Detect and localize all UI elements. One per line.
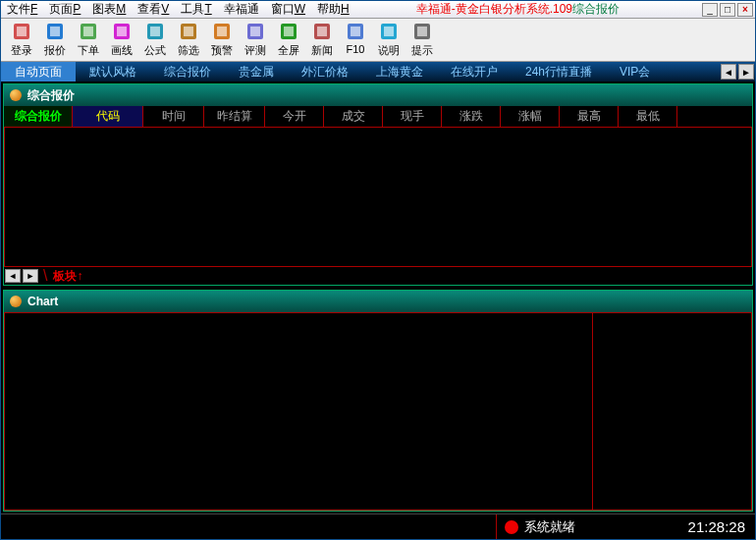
- status-message: 系统就绪: [497, 518, 671, 536]
- hint-button[interactable]: 提示: [405, 21, 439, 58]
- status-left: [1, 514, 497, 539]
- svg-rect-11: [184, 27, 193, 36]
- minimize-button[interactable]: _: [702, 3, 718, 17]
- news-button[interactable]: 新闻: [305, 21, 339, 58]
- f10-button-icon: [345, 21, 366, 42]
- nav-tab-8[interactable]: VIP会: [606, 62, 664, 81]
- quote-panel-header: 综合报价: [4, 84, 752, 106]
- login-button[interactable]: 登录: [5, 21, 38, 58]
- chart-area-side[interactable]: [593, 312, 752, 511]
- svg-rect-19: [317, 27, 327, 36]
- nav-arrow-left[interactable]: ◄: [721, 64, 736, 80]
- menu-帮助H[interactable]: 帮助H: [311, 2, 355, 16]
- quote-scroll-right[interactable]: ►: [23, 269, 38, 283]
- quote-panel: 综合报价 综合报价代码时间昨结算今开成交现手涨跌涨幅最高最低 ◄ ► \ 板块↑: [3, 83, 753, 286]
- quote-col-5[interactable]: 成交: [324, 106, 383, 127]
- status-dot-icon: [505, 520, 518, 534]
- order-button[interactable]: 下单: [72, 21, 105, 58]
- quote-column-header: 综合报价代码时间昨结算今开成交现手涨跌涨幅最高最低: [4, 106, 752, 128]
- fullscreen-button[interactable]: 全屏: [272, 21, 305, 58]
- nav-tab-4[interactable]: 外汇价格: [288, 62, 362, 81]
- drawline-button-icon: [111, 21, 133, 42]
- quote-col-7[interactable]: 涨跌: [442, 106, 501, 127]
- nav-tab-5[interactable]: 上海黄金: [362, 62, 437, 81]
- svg-rect-13: [217, 27, 227, 36]
- filter-button[interactable]: 筛选: [172, 21, 205, 58]
- menu-文件F[interactable]: 文件F: [1, 2, 43, 16]
- status-time: 21:28:28: [671, 518, 755, 535]
- alert-button[interactable]: 预警: [205, 21, 239, 58]
- fullscreen-button-icon: [278, 21, 299, 42]
- close-button[interactable]: ×: [737, 3, 753, 17]
- hint-button-icon: [411, 21, 433, 42]
- quote-footer: ◄ ► \ 板块↑: [4, 267, 752, 285]
- chart-panel-header: Chart: [4, 291, 752, 312]
- evaluate-button-icon: [244, 21, 266, 42]
- nav-tabs: 自动页面默认风格综合报价贵金属外汇价格上海黄金在线开户24h行情直播VIP会◄►: [1, 62, 755, 81]
- quote-grid[interactable]: [4, 128, 752, 267]
- help-button[interactable]: 说明: [372, 21, 405, 58]
- formula-button[interactable]: 公式: [138, 21, 172, 58]
- panel-bullet-icon: [10, 89, 22, 101]
- quote-col-0[interactable]: 综合报价: [4, 106, 73, 127]
- nav-tab-0[interactable]: 自动页面: [1, 62, 76, 81]
- svg-rect-7: [117, 27, 127, 36]
- quote-col-4[interactable]: 今开: [265, 106, 324, 127]
- titlebar: 文件F页面P图表M查看V工具T幸福通窗口W帮助H 幸福通-黄金白银分析系统.10…: [1, 1, 755, 19]
- order-button-icon: [78, 21, 99, 42]
- menu-图表M[interactable]: 图表M: [86, 2, 132, 16]
- nav-tab-7[interactable]: 24h行情直播: [512, 62, 606, 81]
- login-button-icon: [11, 21, 32, 42]
- menu-幸福通[interactable]: 幸福通: [218, 2, 265, 16]
- panel-bullet-icon: [10, 296, 22, 307]
- svg-rect-1: [17, 27, 27, 36]
- drawline-button[interactable]: 画线: [105, 21, 138, 58]
- quote-col-6[interactable]: 现手: [383, 106, 442, 127]
- svg-rect-5: [83, 27, 93, 36]
- svg-rect-3: [50, 27, 60, 36]
- quote-col-1[interactable]: 代码: [73, 106, 143, 127]
- filter-button-icon: [178, 21, 199, 42]
- nav-tab-2[interactable]: 综合报价: [150, 62, 225, 81]
- svg-rect-17: [284, 27, 294, 36]
- statusbar: 系统就绪 21:28:28: [1, 513, 755, 539]
- quote-button[interactable]: 报价: [38, 21, 72, 58]
- nav-tab-6[interactable]: 在线开户: [437, 62, 512, 81]
- svg-rect-15: [250, 27, 260, 36]
- svg-rect-23: [384, 27, 394, 36]
- svg-rect-25: [417, 27, 427, 36]
- nav-tab-1[interactable]: 默认风格: [76, 62, 150, 81]
- menu-查看V[interactable]: 查看V: [132, 2, 175, 16]
- toolbar: 登录报价下单画线公式筛选预警评测全屏新闻F10说明提示: [1, 19, 755, 62]
- app-title: 幸福通-黄金白银分析系统.109综合报价: [416, 1, 623, 18]
- svg-rect-21: [351, 27, 360, 36]
- menu-工具T[interactable]: 工具T: [175, 2, 217, 16]
- quote-col-2[interactable]: 时间: [143, 106, 204, 127]
- menu-窗口W[interactable]: 窗口W: [265, 2, 311, 16]
- window-controls: _ □ ×: [702, 3, 755, 17]
- evaluate-button[interactable]: 评测: [239, 21, 272, 58]
- quote-col-10[interactable]: 最低: [619, 106, 677, 127]
- alert-button-icon: [211, 21, 233, 42]
- quote-footer-label[interactable]: 板块↑: [53, 268, 82, 285]
- formula-button-icon: [144, 21, 166, 42]
- chart-panel: Chart: [3, 290, 753, 512]
- quote-col-8[interactable]: 涨幅: [501, 106, 560, 127]
- maximize-button[interactable]: □: [720, 3, 735, 17]
- quote-button-icon: [44, 21, 66, 42]
- quote-scroll-left[interactable]: ◄: [5, 269, 21, 283]
- quote-col-9[interactable]: 最高: [560, 106, 619, 127]
- quote-col-3[interactable]: 昨结算: [204, 106, 265, 127]
- menu-页面P[interactable]: 页面P: [43, 2, 86, 16]
- nav-arrow-right[interactable]: ►: [738, 64, 754, 80]
- svg-rect-9: [150, 27, 160, 36]
- help-button-icon: [378, 21, 400, 42]
- f10-button[interactable]: F10: [339, 21, 372, 55]
- chart-area-main[interactable]: [4, 312, 593, 511]
- nav-tab-3[interactable]: 贵金属: [225, 62, 288, 81]
- news-button-icon: [311, 21, 333, 42]
